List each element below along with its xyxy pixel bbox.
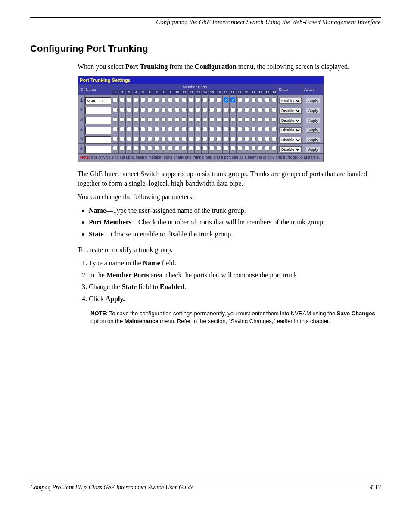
- port-checkbox[interactable]: [189, 117, 193, 122]
- port-checkbox[interactable]: [147, 107, 152, 112]
- port-checkbox[interactable]: [168, 127, 173, 131]
- port-checkbox[interactable]: [189, 127, 193, 131]
- port-checkbox[interactable]: [175, 97, 180, 102]
- port-checkbox[interactable]: [113, 137, 118, 141]
- port-checkbox[interactable]: [272, 97, 277, 102]
- apply-button[interactable]: Apply: [306, 147, 321, 152]
- port-checkbox[interactable]: [120, 146, 125, 151]
- port-checkbox[interactable]: [230, 146, 235, 151]
- port-checkbox[interactable]: [196, 137, 200, 141]
- state-select[interactable]: EnabledDisabled: [279, 118, 302, 124]
- port-checkbox[interactable]: [209, 97, 214, 102]
- port-checkbox[interactable]: [175, 117, 180, 122]
- port-checkbox[interactable]: [216, 97, 221, 102]
- port-checkbox[interactable]: [202, 127, 207, 131]
- port-checkbox[interactable]: [196, 127, 200, 131]
- port-checkbox[interactable]: [127, 97, 131, 102]
- port-checkbox[interactable]: [189, 146, 193, 151]
- state-select[interactable]: EnabledDisabled: [279, 98, 302, 104]
- port-checkbox[interactable]: [202, 146, 207, 151]
- trunk-name-input[interactable]: [85, 136, 111, 143]
- port-checkbox[interactable]: [140, 117, 145, 122]
- port-checkbox[interactable]: [168, 137, 173, 141]
- trunk-name-input[interactable]: [85, 107, 111, 114]
- port-checkbox[interactable]: [113, 117, 118, 122]
- port-checkbox[interactable]: [196, 107, 200, 112]
- port-checkbox[interactable]: [244, 97, 249, 102]
- port-checkbox[interactable]: [230, 117, 235, 122]
- port-checkbox[interactable]: [134, 117, 138, 122]
- port-checkbox[interactable]: [175, 127, 180, 131]
- trunk-name-input[interactable]: [85, 117, 111, 124]
- port-checkbox[interactable]: [134, 97, 138, 102]
- port-checkbox[interactable]: [154, 146, 159, 151]
- port-checkbox[interactable]: [265, 117, 270, 122]
- port-checkbox[interactable]: [182, 127, 187, 131]
- port-checkbox[interactable]: [120, 97, 125, 102]
- port-checkbox[interactable]: [202, 117, 207, 122]
- state-select[interactable]: EnabledDisabled: [279, 108, 302, 114]
- port-checkbox[interactable]: [113, 146, 118, 151]
- port-checkbox[interactable]: [258, 107, 263, 112]
- port-checkbox[interactable]: [113, 127, 118, 131]
- port-checkbox[interactable]: [161, 127, 166, 131]
- port-checkbox[interactable]: [140, 97, 145, 102]
- port-checkbox[interactable]: [120, 127, 125, 131]
- port-checkbox[interactable]: [168, 146, 173, 151]
- trunk-name-input[interactable]: [85, 127, 111, 134]
- port-checkbox[interactable]: [258, 117, 263, 122]
- port-checkbox[interactable]: [154, 97, 159, 102]
- port-checkbox[interactable]: [272, 107, 277, 112]
- port-checkbox[interactable]: [209, 127, 214, 131]
- port-checkbox[interactable]: [209, 137, 214, 141]
- port-checkbox[interactable]: [272, 117, 277, 122]
- apply-button[interactable]: Apply: [306, 128, 321, 133]
- apply-button[interactable]: Apply: [306, 108, 321, 113]
- port-checkbox[interactable]: [224, 137, 228, 141]
- port-checkbox[interactable]: [237, 137, 242, 141]
- port-checkbox[interactable]: [237, 127, 242, 131]
- port-checkbox[interactable]: [230, 127, 235, 131]
- port-checkbox[interactable]: [120, 107, 125, 112]
- port-checkbox[interactable]: [251, 107, 256, 112]
- port-checkbox[interactable]: [161, 107, 166, 112]
- port-checkbox[interactable]: [134, 107, 138, 112]
- port-checkbox[interactable]: [161, 97, 166, 102]
- port-checkbox[interactable]: [209, 117, 214, 122]
- port-checkbox[interactable]: [161, 117, 166, 122]
- port-checkbox[interactable]: [230, 97, 235, 102]
- port-checkbox[interactable]: [265, 107, 270, 112]
- port-checkbox[interactable]: [202, 137, 207, 141]
- port-checkbox[interactable]: [209, 146, 214, 151]
- port-checkbox[interactable]: [216, 117, 221, 122]
- apply-button[interactable]: Apply: [306, 137, 321, 143]
- port-checkbox[interactable]: [196, 117, 200, 122]
- port-checkbox[interactable]: [120, 137, 125, 141]
- port-checkbox[interactable]: [224, 127, 228, 131]
- port-checkbox[interactable]: [251, 146, 256, 151]
- port-checkbox[interactable]: [230, 107, 235, 112]
- port-checkbox[interactable]: [168, 107, 173, 112]
- port-checkbox[interactable]: [251, 127, 256, 131]
- port-checkbox[interactable]: [244, 117, 249, 122]
- port-checkbox[interactable]: [147, 97, 152, 102]
- port-checkbox[interactable]: [182, 107, 187, 112]
- port-checkbox[interactable]: [140, 146, 145, 151]
- port-checkbox[interactable]: [258, 137, 263, 141]
- port-checkbox[interactable]: [154, 127, 159, 131]
- port-checkbox[interactable]: [196, 97, 200, 102]
- port-checkbox[interactable]: [224, 107, 228, 112]
- port-checkbox[interactable]: [237, 117, 242, 122]
- port-checkbox[interactable]: [251, 97, 256, 102]
- port-checkbox[interactable]: [224, 117, 228, 122]
- port-checkbox[interactable]: [272, 127, 277, 131]
- port-checkbox[interactable]: [175, 146, 180, 151]
- trunk-name-input[interactable]: [85, 97, 111, 105]
- port-checkbox[interactable]: [134, 127, 138, 131]
- port-checkbox[interactable]: [134, 146, 138, 151]
- port-checkbox[interactable]: [154, 137, 159, 141]
- trunk-name-input[interactable]: [85, 146, 111, 153]
- port-checkbox[interactable]: [113, 97, 118, 102]
- port-checkbox[interactable]: [237, 97, 242, 102]
- port-checkbox[interactable]: [168, 97, 173, 102]
